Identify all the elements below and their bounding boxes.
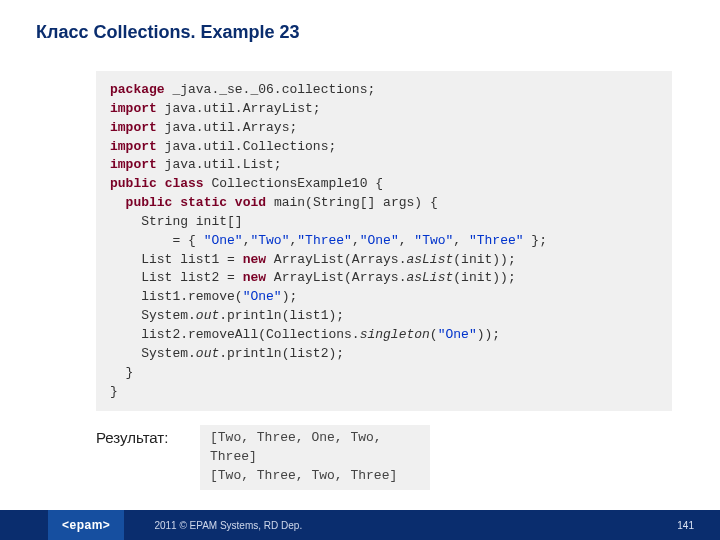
kw-import: import bbox=[110, 120, 157, 135]
kw-void: void bbox=[235, 195, 266, 210]
import-1: java.util.ArrayList; bbox=[157, 101, 321, 116]
kw-package: package bbox=[110, 82, 165, 97]
slide-title: Класс Collections. Example 23 bbox=[0, 0, 720, 43]
rem1-a: list1.remove( bbox=[110, 289, 243, 304]
singleton: singleton bbox=[360, 327, 430, 342]
import-4: java.util.List; bbox=[157, 157, 282, 172]
comma: , bbox=[352, 233, 360, 248]
str-4: "One" bbox=[360, 233, 399, 248]
str-1: "One" bbox=[204, 233, 243, 248]
result-output: [Two, Three, One, Two, Three] [Two, Thre… bbox=[200, 425, 430, 490]
close-method: } bbox=[110, 365, 133, 380]
footer: <epam> 2011 © EPAM Systems, RD Dep. 141 bbox=[0, 510, 720, 540]
main-sig: main(String[] args) { bbox=[266, 195, 438, 210]
out: out bbox=[196, 308, 219, 323]
rem1-b: ); bbox=[282, 289, 298, 304]
print2-b: .println(list2); bbox=[219, 346, 344, 361]
rem2-a: list2.removeAll(Collections. bbox=[110, 327, 360, 342]
print2-a: System. bbox=[110, 346, 196, 361]
kw-import: import bbox=[110, 101, 157, 116]
print1-a: System. bbox=[110, 308, 196, 323]
list1-c: (init)); bbox=[453, 252, 515, 267]
import-2: java.util.Arrays; bbox=[157, 120, 297, 135]
arr-close: }; bbox=[524, 233, 547, 248]
kw-new: new bbox=[243, 252, 266, 267]
pkg-name: _java._se._06.collections; bbox=[165, 82, 376, 97]
str-5: "Two" bbox=[414, 233, 453, 248]
kw-public: public bbox=[126, 195, 173, 210]
list1-b: ArrayList(Arrays. bbox=[266, 252, 406, 267]
out: out bbox=[196, 346, 219, 361]
list1-a: List list1 = bbox=[110, 252, 243, 267]
page-number: 141 bbox=[677, 520, 694, 531]
result-label: Результат: bbox=[96, 425, 200, 446]
list2-a: List list2 = bbox=[110, 270, 243, 285]
aslist: asList bbox=[406, 252, 453, 267]
print1-b: .println(list1); bbox=[219, 308, 344, 323]
comma: , bbox=[399, 233, 415, 248]
kw-import: import bbox=[110, 157, 157, 172]
aslist: asList bbox=[406, 270, 453, 285]
kw-static: static bbox=[180, 195, 227, 210]
class-name: CollectionsExample10 { bbox=[204, 176, 383, 191]
kw-new: new bbox=[243, 270, 266, 285]
init-eq: = { bbox=[110, 233, 204, 248]
rem2-b: ( bbox=[430, 327, 438, 342]
str-2: "Two" bbox=[250, 233, 289, 248]
kw-import: import bbox=[110, 139, 157, 154]
str-one: "One" bbox=[243, 289, 282, 304]
list2-b: ArrayList(Arrays. bbox=[266, 270, 406, 285]
copyright: 2011 © EPAM Systems, RD Dep. bbox=[154, 520, 302, 531]
kw-class: class bbox=[165, 176, 204, 191]
close-class: } bbox=[110, 384, 118, 399]
init-decl: String init[] bbox=[110, 214, 243, 229]
str-6: "Three" bbox=[469, 233, 524, 248]
list2-c: (init)); bbox=[453, 270, 515, 285]
rem2-c: )); bbox=[477, 327, 500, 342]
code-block: package _java._se._06.collections; impor… bbox=[96, 71, 672, 411]
str-one: "One" bbox=[438, 327, 477, 342]
kw-public: public bbox=[110, 176, 157, 191]
comma: , bbox=[453, 233, 469, 248]
str-3: "Three" bbox=[297, 233, 352, 248]
epam-logo: <epam> bbox=[48, 510, 124, 540]
import-3: java.util.Collections; bbox=[157, 139, 336, 154]
result-row: Результат: [Two, Three, One, Two, Three]… bbox=[96, 425, 720, 490]
